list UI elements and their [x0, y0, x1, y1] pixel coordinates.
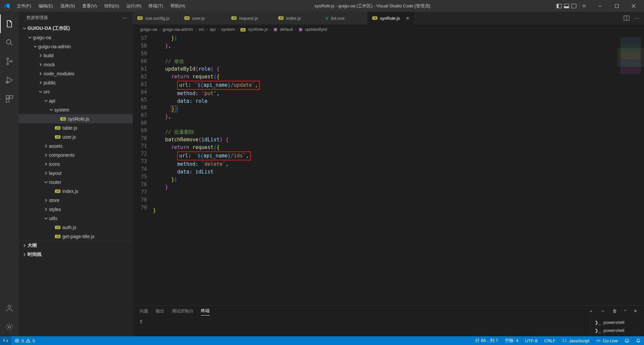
tree-folder[interactable]: mock: [19, 60, 133, 69]
layout-toggle-bottom-icon[interactable]: [564, 3, 570, 9]
editor-tab[interactable]: JSsysRole.js✕: [368, 12, 415, 24]
tree-folder[interactable]: styles: [19, 205, 133, 214]
tree-folder[interactable]: guigu-oa-admin: [19, 42, 133, 51]
editor-tab[interactable]: JSindex.js: [274, 12, 321, 24]
breadcrumb-item[interactable]: guigu-oa-admin: [163, 27, 193, 32]
tree-folder[interactable]: system: [19, 105, 133, 114]
tree-folder[interactable]: icons: [19, 159, 133, 168]
status-problems[interactable]: 0 0: [11, 336, 38, 345]
tree-folder[interactable]: store: [19, 196, 133, 205]
svg-rect-9: [615, 4, 619, 8]
tree-folder[interactable]: layout: [19, 168, 133, 178]
panel-tab[interactable]: 终端: [201, 306, 210, 316]
terminal-instance[interactable]: ❯_powershell: [595, 318, 640, 326]
menu-item[interactable]: 运行(R): [123, 2, 145, 10]
tree-file[interactable]: JSauth.js: [19, 223, 133, 232]
layout-toggle-right-icon[interactable]: [571, 3, 577, 9]
split-terminal-icon[interactable]: ⫟: [601, 308, 605, 314]
tree-folder[interactable]: guigu-oa: [19, 33, 133, 42]
tree-folder[interactable]: public: [19, 78, 133, 87]
status-feedback[interactable]: [621, 336, 633, 345]
code-content[interactable]: }) }, // 修改 updateById(role) { return re…: [153, 34, 617, 305]
tree-folder[interactable]: api: [19, 96, 133, 105]
menu-item[interactable]: 文件(F): [13, 2, 35, 10]
status-indent[interactable]: 空格: 4: [501, 336, 522, 345]
activity-debug[interactable]: [0, 71, 19, 89]
activity-explorer[interactable]: [0, 14, 19, 33]
status-golive[interactable]: Go Live: [593, 336, 621, 345]
tree-folder[interactable]: router: [19, 178, 133, 187]
new-terminal-icon[interactable]: ＋: [589, 308, 593, 314]
more-icon[interactable]: ⋯: [635, 16, 639, 21]
layout-toggle-left-icon[interactable]: [556, 3, 562, 9]
chevron-right-icon: [44, 144, 48, 148]
tree-folder[interactable]: node_modules: [19, 69, 133, 78]
activity-settings[interactable]: [0, 318, 19, 336]
minimap-viewport[interactable]: [617, 48, 644, 67]
minimap[interactable]: [617, 34, 644, 305]
kill-terminal-icon[interactable]: 🗑: [612, 308, 617, 314]
editor-tab[interactable]: JSrequest.js: [227, 12, 274, 24]
tree-file[interactable]: JSsysRole.js: [19, 114, 133, 123]
breadcrumb-item[interactable]: JS sysRole.js: [240, 27, 268, 32]
tree-folder[interactable]: components: [19, 150, 133, 159]
editor-tab[interactable]: Vlist.vue: [321, 12, 368, 24]
tree-folder[interactable]: src: [19, 87, 133, 96]
tree-file[interactable]: JSindex.js: [19, 187, 133, 196]
breadcrumb-item[interactable]: ▣ updateById: [299, 27, 327, 32]
window-minimize-button[interactable]: [592, 0, 608, 12]
split-editor-icon[interactable]: [624, 15, 630, 21]
tree-file[interactable]: JSuser.js: [19, 132, 133, 141]
maximize-panel-icon[interactable]: ^: [624, 308, 626, 314]
sidebar-more-icon[interactable]: ⋯: [122, 15, 127, 20]
tree-root[interactable]: GUIGU-OA (工作区): [19, 24, 133, 33]
menu-item[interactable]: 编辑(E): [35, 2, 56, 10]
status-eol[interactable]: CRLF: [541, 336, 559, 345]
customize-layout-icon[interactable]: [580, 3, 586, 9]
breadcrumb-item[interactable]: ▣ default: [273, 27, 293, 32]
activity-scm[interactable]: [0, 52, 19, 71]
tree-folder[interactable]: assets: [19, 141, 133, 150]
status-remote[interactable]: [0, 336, 11, 345]
editor-tab[interactable]: JSvue.config.js: [133, 12, 180, 24]
menu-item[interactable]: 选择(S): [57, 2, 78, 10]
breadcrumb-item[interactable]: guigu-oa: [140, 27, 157, 32]
status-encoding[interactable]: UTF-8: [522, 336, 541, 345]
breadcrumb-item[interactable]: api: [210, 27, 215, 32]
tree-file[interactable]: JSget-page-title.js: [19, 232, 133, 241]
tab-close-icon[interactable]: ✕: [406, 16, 410, 21]
status-bell[interactable]: [633, 336, 644, 345]
window-close-button[interactable]: [626, 0, 641, 12]
tree-folder[interactable]: build: [19, 51, 133, 60]
window-maximize-button[interactable]: [609, 0, 625, 12]
status-line-col[interactable]: 行 66，列 7: [472, 336, 501, 345]
editor-tab[interactable]: JSuser.js: [180, 12, 227, 24]
terminal[interactable]: ▯: [133, 316, 590, 336]
timeline-section[interactable]: 时间线: [19, 250, 133, 259]
svg-rect-17: [6, 99, 9, 102]
titlebar: 文件(F)编辑(E)选择(S)查看(V)转到(G)运行(R)终端(T)帮助(H)…: [0, 0, 644, 12]
panel-tab[interactable]: 问题: [140, 307, 148, 316]
svg-rect-6: [584, 5, 585, 6]
activity-search[interactable]: [0, 33, 19, 52]
panel-tab[interactable]: 输出: [156, 307, 164, 316]
menu-item[interactable]: 终端(T): [145, 2, 166, 10]
menu-item[interactable]: 查看(V): [79, 2, 100, 10]
editor[interactable]: 5758596061626364656667686970717273747576…: [133, 34, 644, 305]
breadcrumb-item[interactable]: system: [221, 27, 235, 32]
terminal-instance[interactable]: ❯_powershell: [595, 326, 640, 334]
activity-extensions[interactable]: [0, 89, 19, 108]
close-panel-icon[interactable]: ✕: [634, 308, 637, 314]
js-icon: JS: [184, 16, 190, 20]
activity-account[interactable]: [0, 299, 19, 318]
panel-tab[interactable]: 调试控制台: [172, 307, 194, 316]
menu-item[interactable]: 帮助(H): [167, 2, 189, 10]
outline-section[interactable]: 大纲: [19, 241, 133, 250]
breadcrumb-item[interactable]: src: [199, 27, 204, 32]
breadcrumb[interactable]: guigu-oa›guigu-oa-admin›src›api›system›J…: [133, 24, 644, 34]
tree-folder[interactable]: utils: [19, 214, 133, 223]
tree-file[interactable]: JStable.js: [19, 123, 133, 132]
status-language[interactable]: JavaScript: [559, 336, 593, 345]
chevron-down-icon: [44, 216, 48, 221]
menu-item[interactable]: 转到(G): [101, 2, 123, 10]
